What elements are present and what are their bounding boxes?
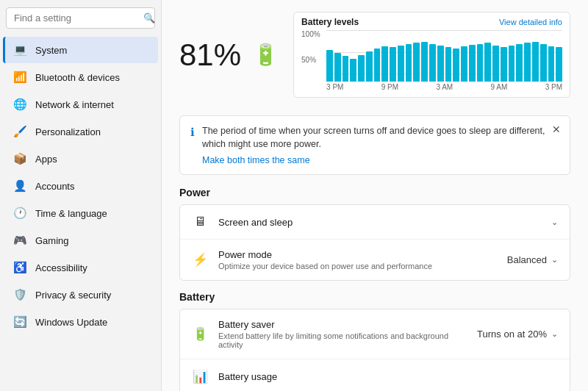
personalization-icon: 🖌️	[13, 125, 26, 138]
power-section: Power 🖥Screen and sleep⌄⚡Power modeOptim…	[179, 187, 570, 281]
sidebar-item-label-accessibility: Accessibility	[35, 262, 87, 273]
battery-saver-title: Battery saver	[218, 319, 275, 330]
nav-list: 💻System📶Bluetooth & devices🌐Network & in…	[0, 36, 161, 336]
power-settings-card: 🖥Screen and sleep⌄⚡Power modeOptimize yo…	[179, 204, 570, 281]
battery-saver-icon: 🔋	[192, 326, 208, 342]
sidebar-item-time[interactable]: 🕐Time & language	[3, 200, 158, 226]
chart-bar	[374, 49, 381, 82]
battery-usage-text: Battery usage	[218, 371, 558, 382]
sidebar-item-label-update: Windows Update	[35, 317, 107, 328]
sidebar-item-accessibility[interactable]: ♿Accessibility	[3, 254, 158, 281]
chart-bar	[516, 44, 523, 82]
sidebar-item-privacy[interactable]: 🛡️Privacy & security	[3, 281, 158, 308]
chart-bar	[509, 46, 515, 82]
chart-bar	[366, 51, 373, 82]
sidebar-item-system[interactable]: 💻System	[3, 37, 158, 63]
chart-bar	[540, 44, 547, 82]
sidebar-item-apps[interactable]: 📦Apps	[3, 146, 158, 172]
search-input[interactable]	[14, 12, 137, 24]
chart-bar	[398, 46, 404, 82]
sidebar-item-update[interactable]: 🔄Windows Update	[3, 309, 158, 335]
chart-bar	[556, 47, 562, 82]
chart-header: Battery levels View detailed info	[301, 17, 562, 27]
battery-saver-subtitle: Extend battery life by limiting some not…	[218, 331, 467, 349]
main-content: 81% 🔋 Battery levels View detailed info …	[162, 0, 588, 391]
sidebar-item-label-apps: Apps	[35, 154, 57, 165]
battery-settings-card: 🔋Battery saverExtend battery life by lim…	[179, 309, 570, 391]
screen-sleep-icon: 🖥	[192, 215, 208, 229]
power-mode-subtitle: Optimize your device based on power use …	[218, 262, 497, 270]
accounts-icon: 👤	[13, 179, 26, 193]
battery-saver-text: Battery saverExtend battery life by limi…	[218, 319, 467, 349]
chart-x-3pm2: 3 PM	[545, 83, 562, 91]
chart-bar	[453, 49, 459, 82]
battery-saver-chevron-icon: ⌄	[551, 329, 558, 339]
info-box: ℹ The period of time when your screen tu…	[179, 115, 570, 175]
chart-bar	[548, 46, 555, 82]
bluetooth-icon: 📶	[13, 71, 26, 84]
view-detailed-link[interactable]: View detailed info	[499, 18, 562, 26]
screen-sleep-chevron-icon: ⌄	[551, 218, 558, 227]
info-box-link[interactable]: Make both times the same	[202, 155, 559, 165]
battery-usage-icon: 📊	[192, 369, 208, 384]
chart-y-labels: 100% 50%	[301, 30, 325, 82]
info-box-text-area: The period of time when your screen turn…	[202, 125, 559, 165]
chart-bar	[421, 42, 428, 82]
chart-bar	[524, 43, 531, 82]
sidebar-item-label-network: Network & internet	[35, 99, 114, 110]
power-mode-text: Power modeOptimize your device based on …	[218, 249, 497, 270]
chart-bar	[437, 46, 444, 82]
chart-x-9am: 9 AM	[491, 83, 508, 91]
power-heading: Power	[179, 187, 570, 198]
chart-bar	[390, 47, 396, 82]
sidebar-item-accounts[interactable]: 👤Accounts	[3, 173, 158, 199]
sidebar-item-gaming[interactable]: 🎮Gaming	[3, 227, 158, 254]
chart-bar	[532, 42, 539, 82]
sidebar-item-label-accounts: Accounts	[35, 181, 74, 192]
power-mode-right: Balanced⌄	[507, 254, 558, 265]
chart-bar	[492, 46, 499, 82]
power-mode-icon: ⚡	[192, 252, 208, 268]
battery-saver-value: Turns on at 20%	[477, 329, 547, 340]
chart-x-9pm: 9 PM	[381, 83, 398, 91]
chart-bar	[469, 45, 476, 82]
sidebar-item-bluetooth[interactable]: 📶Bluetooth & devices	[3, 64, 158, 90]
gaming-icon: 🎮	[13, 234, 26, 247]
screen-sleep-text: Screen and sleep	[218, 217, 541, 228]
settings-item-battery-saver[interactable]: 🔋Battery saverExtend battery life by lim…	[180, 309, 570, 359]
sidebar-item-label-system: System	[35, 45, 67, 56]
screen-sleep-right: ⌄	[551, 218, 558, 227]
chart-bar	[343, 56, 349, 82]
chart-title: Battery levels	[301, 17, 359, 27]
battery-section: Battery 🔋Battery saverExtend battery lif…	[179, 291, 570, 391]
sidebar-item-personalization[interactable]: 🖌️Personalization	[3, 118, 158, 145]
search-bar[interactable]: 🔍	[6, 7, 155, 29]
chart-bar	[358, 55, 365, 82]
settings-item-battery-usage[interactable]: 📊Battery usage	[180, 359, 570, 391]
chart-x-3pm1: 3 PM	[326, 83, 343, 91]
chart-y-50: 50%	[301, 56, 325, 64]
apps-icon: 📦	[13, 152, 26, 165]
sidebar-item-label-personalization: Personalization	[35, 126, 101, 137]
info-close-button[interactable]: ✕	[552, 123, 561, 135]
chart-bar	[429, 44, 436, 82]
settings-item-screen-sleep[interactable]: 🖥Screen and sleep⌄	[180, 205, 570, 240]
settings-item-power-mode[interactable]: ⚡Power modeOptimize your device based on…	[180, 240, 570, 280]
chart-y-100: 100%	[301, 30, 325, 38]
chart-bars	[326, 30, 562, 82]
chart-bar	[334, 53, 341, 82]
chart-bar	[461, 46, 467, 82]
update-icon: 🔄	[13, 315, 26, 329]
sidebar-item-label-bluetooth: Bluetooth & devices	[35, 72, 120, 83]
info-icon: ℹ	[190, 126, 195, 139]
info-box-content: ℹ The period of time when your screen tu…	[190, 125, 559, 165]
power-mode-chevron-icon: ⌄	[551, 255, 558, 265]
chart-bar	[406, 44, 412, 82]
battery-chart: Battery levels View detailed info 100% 5…	[293, 12, 570, 98]
sidebar-item-label-privacy: Privacy & security	[35, 290, 111, 301]
battery-percent: 81%	[179, 37, 241, 73]
chart-x-3am: 3 AM	[436, 83, 453, 91]
sidebar-item-network[interactable]: 🌐Network & internet	[3, 91, 158, 118]
chart-bar	[381, 46, 388, 82]
battery-heading: Battery	[179, 291, 570, 303]
